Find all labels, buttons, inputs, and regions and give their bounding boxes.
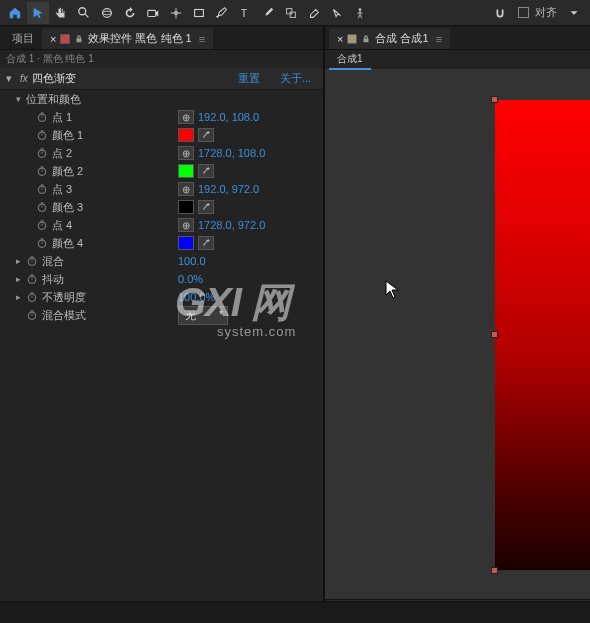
stopwatch-icon[interactable] xyxy=(36,183,48,195)
eyedropper-button[interactable] xyxy=(198,128,214,142)
orbit-tool[interactable] xyxy=(96,2,118,24)
prop-label: 点 1 xyxy=(52,110,152,125)
tab-effect-controls[interactable]: × 效果控件 黑色 纯色 1 ≡ xyxy=(42,28,213,49)
prop-label: 混合 xyxy=(42,254,142,269)
prop-jitter: 抖动 0.0% xyxy=(0,270,323,288)
twirl-icon[interactable] xyxy=(16,292,26,302)
color-swatch[interactable] xyxy=(178,200,194,214)
puppet-tool[interactable] xyxy=(349,2,371,24)
twirl-icon[interactable] xyxy=(16,94,26,104)
prop-value[interactable]: 1728.0, 972.0 xyxy=(198,219,265,231)
crosshair-button[interactable]: ⊕ xyxy=(178,146,194,160)
svg-rect-8 xyxy=(195,9,204,16)
tab-menu-icon[interactable]: ≡ xyxy=(436,33,442,45)
top-toolbar: T 对齐 xyxy=(0,0,590,26)
snap-icon[interactable] xyxy=(489,2,511,24)
rectangle-tool[interactable] xyxy=(188,2,210,24)
effect-about-link[interactable]: 关于... xyxy=(280,71,311,86)
compo-tab-1[interactable]: 合成1 xyxy=(329,50,371,70)
prop-label: 颜色 2 xyxy=(52,164,152,179)
prop-opacity: 不透明度 100.0% xyxy=(0,288,323,306)
color-swatch[interactable] xyxy=(178,164,194,178)
stopwatch-icon[interactable] xyxy=(36,147,48,159)
group-position-color[interactable]: 位置和颜色 xyxy=(0,90,323,108)
color-swatch[interactable] xyxy=(178,236,194,250)
composition-panel: × 合成 合成1 ≡ 合成1 (50%) xyxy=(325,26,590,623)
svg-line-17 xyxy=(360,14,362,18)
prop-value[interactable]: 1728.0, 108.0 xyxy=(198,147,265,159)
home-button[interactable] xyxy=(4,2,26,24)
align-checkbox[interactable] xyxy=(518,7,529,18)
stopwatch-icon[interactable] xyxy=(36,165,48,177)
resize-handle[interactable] xyxy=(491,331,498,338)
twirl-icon[interactable] xyxy=(16,256,26,266)
eyedropper-button[interactable] xyxy=(198,236,214,250)
prop-value[interactable]: 192.0, 108.0 xyxy=(198,111,259,123)
stopwatch-icon[interactable] xyxy=(36,201,48,213)
svg-rect-50 xyxy=(31,293,34,294)
prop-value[interactable]: 100.0 xyxy=(178,255,206,267)
brush-tool[interactable] xyxy=(257,2,279,24)
svg-point-0 xyxy=(79,7,86,14)
lock-icon xyxy=(74,34,84,44)
svg-rect-41 xyxy=(41,239,44,240)
crosshair-button[interactable]: ⊕ xyxy=(178,218,194,232)
prop-label: 不透明度 xyxy=(42,290,142,305)
breadcrumb: 合成 1 · 黑色 纯色 1 xyxy=(0,50,323,68)
effect-reset-link[interactable]: 重置 xyxy=(238,71,260,86)
prop-label: 点 2 xyxy=(52,146,152,161)
left-panel-tabs: 项目 × 效果控件 黑色 纯色 1 ≡ xyxy=(0,26,323,50)
prop-value[interactable]: 0.0% xyxy=(178,273,203,285)
composition-viewer[interactable] xyxy=(325,70,590,599)
stopwatch-icon[interactable] xyxy=(36,219,48,231)
svg-point-3 xyxy=(103,11,112,15)
rotate-tool[interactable] xyxy=(119,2,141,24)
resize-handle[interactable] xyxy=(491,567,498,574)
stopwatch-icon[interactable] xyxy=(36,129,48,141)
eraser-tool[interactable] xyxy=(303,2,325,24)
prop-label: 混合模式 xyxy=(42,308,142,323)
prop-value[interactable]: 100.0% xyxy=(178,291,215,303)
stopwatch-icon[interactable] xyxy=(36,111,48,123)
crosshair-button[interactable]: ⊕ xyxy=(178,110,194,124)
prop-label: 颜色 3 xyxy=(52,200,152,215)
svg-rect-4 xyxy=(148,10,156,16)
crosshair-button[interactable]: ⊕ xyxy=(178,182,194,196)
stopwatch-icon[interactable] xyxy=(26,309,38,321)
svg-rect-47 xyxy=(31,275,34,276)
stopwatch-icon[interactable] xyxy=(26,291,38,303)
stopwatch-icon[interactable] xyxy=(26,255,38,267)
toolbar-overflow[interactable] xyxy=(563,2,585,24)
type-tool[interactable]: T xyxy=(234,2,256,24)
tab-project[interactable]: 项目 xyxy=(4,28,42,49)
comp-color-icon xyxy=(347,34,357,44)
align-label: 对齐 xyxy=(535,5,557,20)
fx-badge[interactable]: fx xyxy=(20,73,28,84)
anchor-tool[interactable] xyxy=(165,2,187,24)
stopwatch-icon[interactable] xyxy=(26,273,38,285)
eyedropper-button[interactable] xyxy=(198,200,214,214)
color-swatch[interactable] xyxy=(178,128,194,142)
lock-icon xyxy=(361,34,371,44)
tab-menu-icon[interactable]: ≡ xyxy=(199,33,205,45)
clone-tool[interactable] xyxy=(280,2,302,24)
roto-tool[interactable] xyxy=(326,2,348,24)
camera-tool[interactable] xyxy=(142,2,164,24)
composition-canvas[interactable] xyxy=(495,100,590,570)
tab-composition[interactable]: × 合成 合成1 ≡ xyxy=(329,28,450,49)
svg-line-16 xyxy=(358,14,360,18)
prop-value[interactable]: 192.0, 972.0 xyxy=(198,183,259,195)
pen-tool[interactable] xyxy=(211,2,233,24)
hand-tool[interactable] xyxy=(50,2,72,24)
effect-properties: 位置和颜色 点 1 ⊕ 192.0, 108.0 颜色 1 xyxy=(0,90,323,623)
blend-mode-dropdown[interactable]: 无 xyxy=(178,306,228,325)
selection-tool[interactable] xyxy=(27,2,49,24)
svg-rect-20 xyxy=(41,113,44,114)
svg-rect-32 xyxy=(41,185,44,186)
eyedropper-button[interactable] xyxy=(198,164,214,178)
zoom-tool[interactable] xyxy=(73,2,95,24)
stopwatch-icon[interactable] xyxy=(36,237,48,249)
resize-handle[interactable] xyxy=(491,96,498,103)
twirl-icon[interactable] xyxy=(16,274,26,284)
effect-twirl[interactable]: ▾ xyxy=(6,72,16,85)
